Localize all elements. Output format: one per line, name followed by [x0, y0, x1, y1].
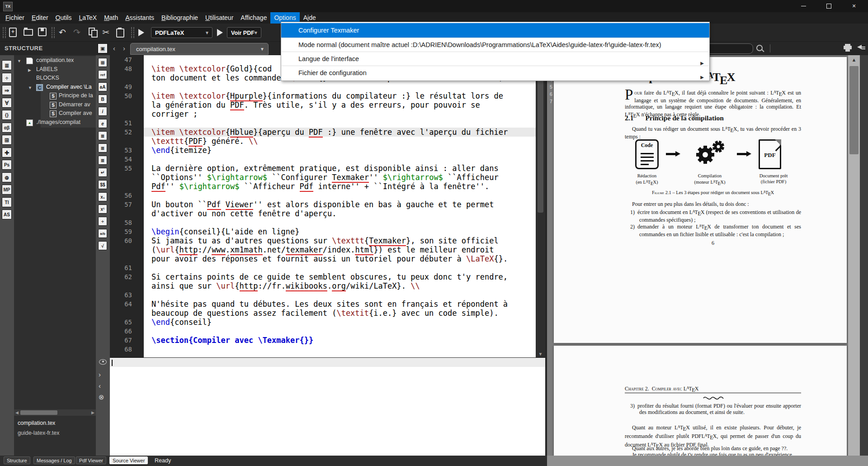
description-button[interactable]: ≣	[98, 156, 107, 165]
relation-symbols-tab[interactable]: ÷	[2, 73, 12, 83]
options-menu-item[interactable]: Fichier de configuration▶	[281, 66, 709, 80]
external-viewer-icon[interactable]	[857, 45, 862, 49]
greek-letters-tab[interactable]: αβ	[2, 123, 12, 133]
print-icon[interactable]	[844, 44, 852, 52]
asymptote-tab[interactable]: AS	[2, 209, 12, 219]
menu-assistants[interactable]: Assistants	[122, 12, 158, 24]
favourite-symbols-tab[interactable]: ✚	[2, 147, 12, 157]
view-select[interactable]: Voir PDF▼	[227, 27, 261, 38]
superscript-button[interactable]: x¹	[98, 204, 107, 214]
previous-icon[interactable]: ‹	[99, 382, 101, 390]
open-file-item[interactable]: guide-latex-fr.tex	[18, 430, 59, 436]
pdf-page-number-item[interactable]: 7	[548, 99, 554, 104]
structure-tab[interactable]: ≣	[2, 60, 12, 70]
next-document-icon[interactable]: ›	[123, 42, 125, 55]
panel-button-pdf-viewer[interactable]: Pdf Viewer	[76, 456, 106, 464]
sqrt-button[interactable]: √	[98, 241, 107, 250]
most-used-symbols-tab[interactable]: ⊞	[2, 135, 12, 145]
menu-latex[interactable]: LaTeX	[75, 12, 100, 24]
tree-item[interactable]: ./Images/compilat	[36, 119, 80, 125]
panel-button-messages-log[interactable]: Messages / Log	[33, 456, 75, 464]
pdf-scrollbar[interactable]: ▲	[848, 55, 860, 456]
maximize-button[interactable]	[818, 0, 839, 12]
editor-scrollbar[interactable]: ▲▼	[536, 55, 545, 357]
pdf-page-number-item[interactable]: 6	[548, 91, 554, 97]
save-icon[interactable]	[38, 28, 48, 38]
collapse-icon[interactable]: ▼	[28, 86, 32, 90]
enumerate-button[interactable]: ≣	[98, 143, 107, 152]
code-line: la génération du PDF. Très utile, s'il y…	[144, 100, 536, 109]
panel-button-structure[interactable]: Structure	[4, 456, 30, 464]
tikz-tab[interactable]: TI	[2, 197, 12, 207]
undo-icon[interactable]: ↶	[59, 28, 69, 38]
figure-label: Rédaction(en LATEX)	[618, 173, 676, 186]
italic-button[interactable]: i	[98, 107, 107, 116]
newline-button[interactable]: ↵	[98, 168, 107, 177]
menu-outils[interactable]: Outils	[52, 12, 75, 24]
next-icon[interactable]: ›	[99, 371, 101, 378]
menu-editer[interactable]: Editer	[28, 12, 52, 24]
pstricks-tab[interactable]: Ps	[2, 160, 12, 170]
run-compile-button[interactable]	[138, 29, 144, 36]
mp-commands-tab[interactable]: MP	[2, 185, 12, 195]
menu-affichage[interactable]: Affichage	[237, 12, 270, 24]
structure-horizontal-scrollbar[interactable]: ◀▶	[14, 409, 96, 416]
eye-icon[interactable]	[99, 359, 107, 365]
copy-icon[interactable]	[89, 28, 99, 38]
metapost-tab[interactable]: ⊕	[2, 172, 12, 182]
new-document-icon[interactable]: +	[9, 28, 19, 38]
pdf-page-number-item[interactable]: 5	[548, 84, 554, 90]
delimiters-tab[interactable]: {}	[2, 110, 12, 120]
open-file-item[interactable]: compilation.tex	[18, 420, 55, 426]
line-number: 58	[110, 218, 144, 227]
code-line: La dernière option, extrêmement pratique…	[144, 164, 536, 173]
options-menu-item[interactable]: Configurer Texmaker	[281, 23, 709, 38]
tree-item[interactable]: BLOCKS	[36, 75, 59, 81]
tree-item[interactable]: Compiler ave	[59, 110, 92, 116]
paste-icon[interactable]	[116, 28, 126, 38]
tree-item[interactable]: LABELS	[36, 66, 57, 72]
ref-button[interactable]: ref	[98, 70, 107, 79]
expand-icon[interactable]: ▶	[28, 68, 31, 72]
tree-item[interactable]: Compiler avec \La	[46, 84, 92, 90]
compiler-select[interactable]: PDFLaTeX▼	[151, 27, 212, 38]
previous-document-icon[interactable]: ‹	[113, 42, 115, 55]
menu-utilisateur[interactable]: Utilisateur	[202, 12, 237, 24]
code-line: \item \textcolor{Hblue}{aperçu du PDF :}…	[144, 128, 536, 137]
open-folder-icon[interactable]	[24, 28, 33, 38]
toolbar-grip	[131, 27, 134, 38]
close-button[interactable]: ×	[844, 0, 864, 12]
emph-button[interactable]: e	[98, 119, 107, 128]
subscript-button[interactable]: x₁	[98, 192, 107, 201]
tree-item[interactable]: Démarrer av	[59, 101, 90, 108]
itemize-button[interactable]: ≣	[98, 131, 107, 140]
run-view-button[interactable]	[217, 29, 223, 36]
search-icon[interactable]	[756, 45, 763, 51]
code-editor[interactable]: \item \textcolor{Gold}{codton document e…	[144, 55, 536, 357]
collapse-icon[interactable]: ▼	[17, 59, 21, 63]
cut-icon[interactable]: ✂	[102, 28, 112, 38]
menu-fichier[interactable]: Fichier	[2, 12, 28, 24]
document-tab[interactable]: compilation.tex▼	[130, 43, 269, 55]
menu-math[interactable]: Math	[100, 12, 122, 24]
dfrac-button[interactable]: a/b	[98, 229, 107, 238]
font-size-button[interactable]: aA	[98, 82, 107, 91]
misc-symbols-tab[interactable]: ∀	[2, 98, 12, 108]
menu-bibliographie[interactable]: Bibliographie	[158, 12, 202, 24]
inline-math-button[interactable]: $$	[98, 180, 107, 189]
redo-icon[interactable]: ↷	[73, 28, 83, 38]
code-line	[144, 191, 536, 200]
panel-button-source-viewer[interactable]: Source Viewer	[109, 456, 148, 464]
bold-button[interactable]: B	[98, 95, 107, 104]
arrow-symbols-tab[interactable]: ⇒	[2, 85, 12, 95]
wizard-button[interactable]: ⊞	[98, 58, 107, 67]
minimize-button[interactable]	[793, 0, 814, 12]
options-menu-item[interactable]: Langue de l'interface▶	[281, 52, 709, 66]
editor-layout-icon[interactable]: ▣	[98, 43, 108, 53]
frac-button[interactable]: ÷	[98, 217, 107, 226]
tree-item[interactable]: Principe de la	[59, 92, 93, 99]
close-icon[interactable]: ⊗	[99, 393, 104, 401]
messages-log-panel[interactable]	[110, 357, 545, 456]
options-menu-item[interactable]: Mode normal (document maître actuel :D:\…	[281, 38, 709, 52]
tree-item[interactable]: compilation.tex	[36, 57, 74, 63]
